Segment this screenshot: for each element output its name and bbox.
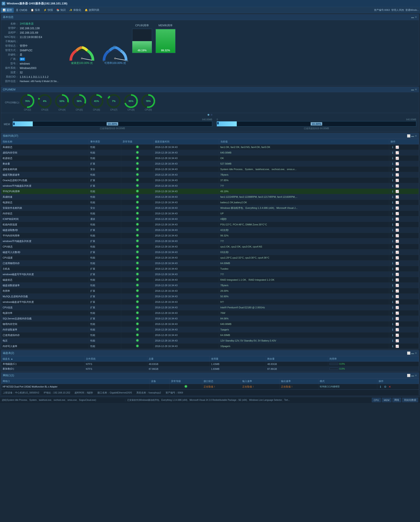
net-action-delete[interactable]: ✕ [388,385,392,389]
action-chart-icon[interactable]: 📈 [395,239,399,243]
action-info-icon[interactable]: ℹ [390,267,395,271]
action-info-icon[interactable]: ℹ [390,223,395,226]
action-chart-icon[interactable]: 📈 [395,217,399,221]
action-chart-icon[interactable]: 📈 [395,322,399,326]
network-close-icon[interactable]: ✕ [415,374,417,377]
action-info-icon[interactable]: ℹ [390,234,395,238]
action-info-icon[interactable]: ℹ [390,239,395,243]
disk-close-icon[interactable]: ✕ [415,352,417,355]
net-action-settings[interactable]: ⚙ [383,385,387,389]
tab-init-data[interactable]: 初始化数据 [402,398,418,402]
nav-knowledge[interactable]: 📚 知识 [55,8,68,13]
tab-mem[interactable]: MEM [382,398,391,402]
action-info-icon[interactable]: ℹ [390,339,395,343]
nav-quick[interactable]: ⚡ 快报 [42,8,55,13]
indicators-expand-icon[interactable]: ⬜ [407,134,411,138]
action-chart-icon[interactable]: 📈 [395,156,399,160]
nav-cmdb[interactable]: 🗄 CMDB [14,8,29,13]
disk-minimize-icon[interactable]: ▬ [411,352,414,355]
action-chart-icon[interactable]: 📈 [395,250,399,254]
action-info-icon[interactable]: ℹ [390,178,395,182]
action-chart-icon[interactable]: 📈 [395,256,399,260]
action-chart-icon[interactable]: 📈 [395,189,399,193]
indicators-minimize-icon[interactable]: ▬ [411,134,414,138]
action-info-icon[interactable]: ℹ [390,278,395,282]
action-info-icon[interactable]: ℹ [390,145,395,149]
action-chart-icon[interactable]: 📈 [395,283,399,287]
close-icon[interactable]: ✕ [415,15,417,19]
action-info-icon[interactable]: ℹ [390,250,395,254]
page-dot-1[interactable] [208,114,209,116]
action-chart-icon[interactable]: 📈 [395,195,399,199]
action-chart-icon[interactable]: 📈 [395,316,399,321]
action-info-icon[interactable]: ℹ [390,300,395,304]
action-info-icon[interactable]: ℹ [390,322,395,326]
indicators-close-icon[interactable]: ✕ [415,134,417,138]
action-info-icon[interactable]: ℹ [390,189,395,193]
action-chart-icon[interactable]: 📈 [395,206,399,210]
network-expand-icon[interactable]: ⬜ [407,374,411,377]
action-info-icon[interactable]: ℹ [390,211,395,215]
action-chart-icon[interactable]: 📈 [395,167,399,171]
action-info-icon[interactable]: ℹ [390,167,395,171]
action-info-icon[interactable]: ℹ [390,173,395,177]
nav-experience[interactable]: ✨ 体验化 [68,8,83,13]
action-info-icon[interactable]: ℹ [390,228,395,232]
action-chart-icon[interactable]: 📈 [395,267,399,271]
action-info-icon[interactable]: ℹ [390,311,395,315]
action-info-icon[interactable]: ℹ [390,200,395,204]
action-info-icon[interactable]: ℹ [390,328,395,331]
action-chart-icon[interactable]: 📈 [395,289,399,293]
action-chart-icon[interactable]: 📈 [395,294,399,298]
action-chart-icon[interactable]: 📈 [395,272,399,276]
action-info-icon[interactable]: ℹ [390,256,395,260]
page-dot-2[interactable] [211,114,212,116]
action-info-icon[interactable]: ℹ [390,333,395,337]
nav-monitor[interactable]: 📊 监控 [1,8,14,13]
action-chart-icon[interactable]: 📈 [395,306,399,309]
action-chart-icon[interactable]: 📈 [395,245,399,249]
action-info-icon[interactable]: ℹ [390,206,395,210]
action-info-icon[interactable]: ℹ [390,289,395,293]
action-chart-icon[interactable]: 📈 [395,278,399,282]
action-chart-icon[interactable]: 📈 [395,151,399,155]
action-chart-icon[interactable]: 📈 [395,145,399,149]
net-action-info[interactable]: ℹ [379,385,383,389]
action-info-icon[interactable]: ℹ [390,245,395,249]
action-chart-icon[interactable]: 📈 [395,261,399,265]
action-chart-icon[interactable]: 📈 [395,339,399,343]
action-chart-icon[interactable]: 📈 [395,300,399,304]
action-info-icon[interactable]: ℹ [390,344,395,348]
action-chart-icon[interactable]: 📈 [395,344,399,348]
action-chart-icon[interactable]: 📈 [395,173,399,177]
action-chart-icon[interactable]: 📈 [395,328,399,331]
tab-network[interactable]: 网络 [392,398,401,402]
action-info-icon[interactable]: ℹ [390,217,395,221]
action-chart-icon[interactable]: 📈 [395,211,399,215]
action-info-icon[interactable]: ℹ [390,162,395,166]
action-chart-icon[interactable]: 📈 [395,223,399,226]
action-info-icon[interactable]: ℹ [390,272,395,276]
tab-cpu[interactable]: CPU [372,398,381,402]
action-info-icon[interactable]: ℹ [390,195,395,199]
action-chart-icon[interactable]: 📈 [395,311,399,315]
nav-report[interactable]: 📋 报表 [29,8,42,13]
action-chart-icon[interactable]: 📈 [395,234,399,238]
action-info-icon[interactable]: ℹ [390,316,395,321]
action-info-icon[interactable]: ℹ [390,283,395,287]
minimize-icon[interactable]: ▬ [411,15,414,19]
action-chart-icon[interactable]: 📈 [395,333,399,337]
action-chart-icon[interactable]: 📈 [395,228,399,232]
action-info-icon[interactable]: ℹ [390,184,395,188]
action-chart-icon[interactable]: 📈 [395,184,399,188]
network-minimize-icon[interactable]: ▬ [411,374,414,377]
action-info-icon[interactable]: ℹ [390,151,395,155]
action-chart-icon[interactable]: 📈 [395,200,399,204]
nav-incidents[interactable]: 🔔 故障列表 [83,8,101,13]
action-chart-icon[interactable]: 📈 [395,162,399,166]
action-chart-icon[interactable]: 📈 [395,178,399,182]
disk-expand-icon[interactable]: ⬜ [407,352,411,355]
action-info-icon[interactable]: ℹ [390,261,395,265]
cpumem-close-icon[interactable]: ✕ [415,88,417,91]
action-info-icon[interactable]: ℹ [390,294,395,298]
